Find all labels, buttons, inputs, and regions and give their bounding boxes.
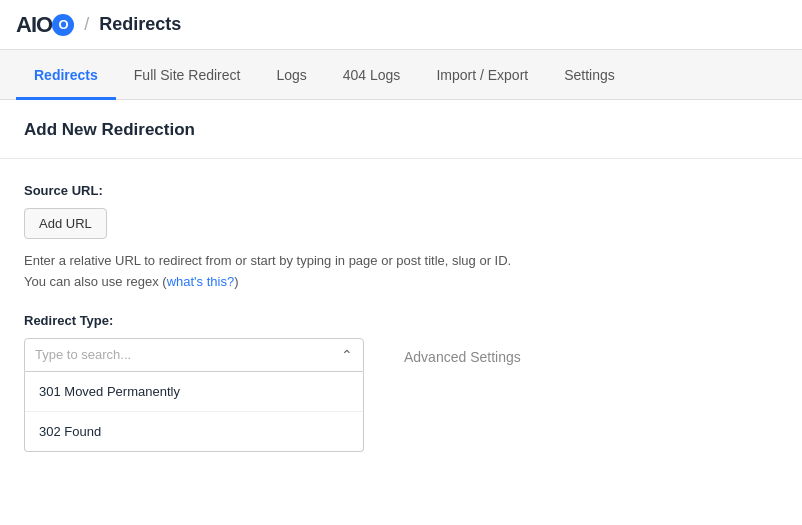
dropdown-search-input[interactable] <box>35 347 341 362</box>
tab-bar: Redirects Full Site Redirect Logs 404 Lo… <box>0 50 802 100</box>
breadcrumb-title: Redirects <box>99 14 181 35</box>
source-url-label: Source URL: <box>24 183 778 198</box>
tab-settings[interactable]: Settings <box>546 55 633 100</box>
add-url-button[interactable]: Add URL <box>24 208 107 239</box>
logo-aio-text: AIO <box>16 12 52 38</box>
help-line2-end: ) <box>234 274 238 289</box>
dropdown-option-301[interactable]: 301 Moved Permanently <box>25 372 363 412</box>
redirect-type-row: Redirect Type: ⌃ 301 Moved Permanently 3… <box>24 313 778 372</box>
dropdown-input-row: ⌃ <box>24 338 364 372</box>
logo: AIOO <box>16 12 74 38</box>
dropdown-option-302[interactable]: 302 Found <box>25 412 363 451</box>
help-text: Enter a relative URL to redirect from or… <box>24 251 778 293</box>
dropdown-list: 301 Moved Permanently 302 Found <box>24 372 364 452</box>
logo-circle: O <box>52 14 74 36</box>
tab-full-site-redirect[interactable]: Full Site Redirect <box>116 55 259 100</box>
whats-this-link[interactable]: what's this? <box>167 274 235 289</box>
tab-logs[interactable]: Logs <box>258 55 324 100</box>
help-line1: Enter a relative URL to redirect from or… <box>24 253 511 268</box>
help-line2-start: You can also use regex ( <box>24 274 167 289</box>
tab-redirects[interactable]: Redirects <box>16 55 116 100</box>
main-content: Add New Redirection Source URL: Add URL … <box>0 100 802 372</box>
chevron-up-icon[interactable]: ⌃ <box>341 347 353 363</box>
advanced-settings-col: Advanced Settings <box>404 313 521 365</box>
advanced-settings-link[interactable]: Advanced Settings <box>404 349 521 365</box>
breadcrumb-separator: / <box>84 14 89 35</box>
section-title: Add New Redirection <box>0 100 802 159</box>
redirect-type-col: Redirect Type: ⌃ 301 Moved Permanently 3… <box>24 313 364 372</box>
tab-import-export[interactable]: Import / Export <box>418 55 546 100</box>
redirect-type-dropdown[interactable]: ⌃ 301 Moved Permanently 302 Found <box>24 338 364 372</box>
tab-404-logs[interactable]: 404 Logs <box>325 55 419 100</box>
redirect-type-label: Redirect Type: <box>24 313 364 328</box>
header: AIOO / Redirects <box>0 0 802 50</box>
form-area: Source URL: Add URL Enter a relative URL… <box>0 159 802 372</box>
